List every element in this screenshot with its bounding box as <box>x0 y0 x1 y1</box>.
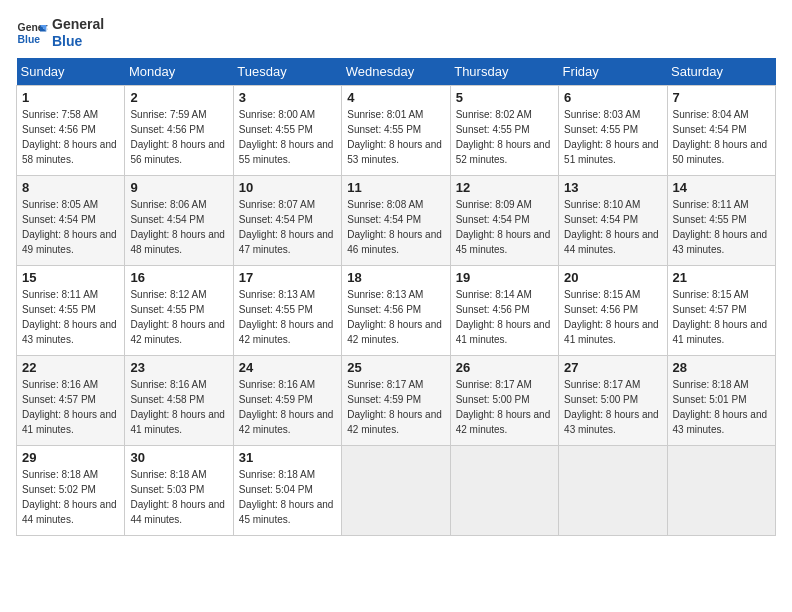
sunrise-label: Sunrise: 8:03 AM <box>564 109 640 120</box>
calendar-day-cell: 14 Sunrise: 8:11 AM Sunset: 4:55 PM Dayl… <box>667 175 775 265</box>
day-info: Sunrise: 8:03 AM Sunset: 4:55 PM Dayligh… <box>564 107 661 167</box>
day-info: Sunrise: 8:11 AM Sunset: 4:55 PM Dayligh… <box>673 197 770 257</box>
sunset-label: Sunset: 4:59 PM <box>347 394 421 405</box>
day-info: Sunrise: 8:18 AM Sunset: 5:04 PM Dayligh… <box>239 467 336 527</box>
sunrise-label: Sunrise: 8:11 AM <box>22 289 98 300</box>
sunrise-label: Sunrise: 8:02 AM <box>456 109 532 120</box>
day-number: 7 <box>673 90 770 105</box>
calendar-week-row: 15 Sunrise: 8:11 AM Sunset: 4:55 PM Dayl… <box>17 265 776 355</box>
daylight-label: Daylight: 8 hours and 44 minutes. <box>564 229 659 255</box>
daylight-label: Daylight: 8 hours and 58 minutes. <box>22 139 117 165</box>
daylight-label: Daylight: 8 hours and 42 minutes. <box>130 319 225 345</box>
day-info: Sunrise: 8:16 AM Sunset: 4:57 PM Dayligh… <box>22 377 119 437</box>
daylight-label: Daylight: 8 hours and 43 minutes. <box>673 409 768 435</box>
calendar-empty-cell <box>450 445 558 535</box>
sunset-label: Sunset: 4:54 PM <box>22 214 96 225</box>
day-number: 20 <box>564 270 661 285</box>
daylight-label: Daylight: 8 hours and 42 minutes. <box>456 409 551 435</box>
sunrise-label: Sunrise: 8:10 AM <box>564 199 640 210</box>
calendar-empty-cell <box>342 445 450 535</box>
day-info: Sunrise: 8:16 AM Sunset: 4:58 PM Dayligh… <box>130 377 227 437</box>
calendar-week-row: 22 Sunrise: 8:16 AM Sunset: 4:57 PM Dayl… <box>17 355 776 445</box>
calendar-header-row: SundayMondayTuesdayWednesdayThursdayFrid… <box>17 58 776 86</box>
sunset-label: Sunset: 4:54 PM <box>347 214 421 225</box>
calendar-day-cell: 17 Sunrise: 8:13 AM Sunset: 4:55 PM Dayl… <box>233 265 341 355</box>
calendar-header-thursday: Thursday <box>450 58 558 86</box>
daylight-label: Daylight: 8 hours and 53 minutes. <box>347 139 442 165</box>
calendar-day-cell: 12 Sunrise: 8:09 AM Sunset: 4:54 PM Dayl… <box>450 175 558 265</box>
day-info: Sunrise: 8:07 AM Sunset: 4:54 PM Dayligh… <box>239 197 336 257</box>
daylight-label: Daylight: 8 hours and 51 minutes. <box>564 139 659 165</box>
calendar-day-cell: 18 Sunrise: 8:13 AM Sunset: 4:56 PM Dayl… <box>342 265 450 355</box>
calendar-day-cell: 11 Sunrise: 8:08 AM Sunset: 4:54 PM Dayl… <box>342 175 450 265</box>
calendar-day-cell: 21 Sunrise: 8:15 AM Sunset: 4:57 PM Dayl… <box>667 265 775 355</box>
day-number: 16 <box>130 270 227 285</box>
sunset-label: Sunset: 5:03 PM <box>130 484 204 495</box>
sunset-label: Sunset: 4:55 PM <box>564 124 638 135</box>
day-info: Sunrise: 8:14 AM Sunset: 4:56 PM Dayligh… <box>456 287 553 347</box>
day-info: Sunrise: 8:10 AM Sunset: 4:54 PM Dayligh… <box>564 197 661 257</box>
sunset-label: Sunset: 4:55 PM <box>239 124 313 135</box>
calendar-day-cell: 23 Sunrise: 8:16 AM Sunset: 4:58 PM Dayl… <box>125 355 233 445</box>
sunrise-label: Sunrise: 8:17 AM <box>564 379 640 390</box>
sunrise-label: Sunrise: 8:18 AM <box>130 469 206 480</box>
svg-text:Blue: Blue <box>18 33 41 44</box>
day-number: 30 <box>130 450 227 465</box>
calendar-day-cell: 7 Sunrise: 8:04 AM Sunset: 4:54 PM Dayli… <box>667 85 775 175</box>
day-number: 12 <box>456 180 553 195</box>
calendar-day-cell: 26 Sunrise: 8:17 AM Sunset: 5:00 PM Dayl… <box>450 355 558 445</box>
sunset-label: Sunset: 4:55 PM <box>347 124 421 135</box>
day-number: 19 <box>456 270 553 285</box>
day-info: Sunrise: 8:17 AM Sunset: 5:00 PM Dayligh… <box>456 377 553 437</box>
logo-text: General Blue <box>52 16 104 50</box>
day-info: Sunrise: 8:09 AM Sunset: 4:54 PM Dayligh… <box>456 197 553 257</box>
daylight-label: Daylight: 8 hours and 55 minutes. <box>239 139 334 165</box>
daylight-label: Daylight: 8 hours and 50 minutes. <box>673 139 768 165</box>
sunrise-label: Sunrise: 8:17 AM <box>347 379 423 390</box>
calendar-header-tuesday: Tuesday <box>233 58 341 86</box>
sunset-label: Sunset: 4:56 PM <box>22 124 96 135</box>
sunset-label: Sunset: 4:55 PM <box>456 124 530 135</box>
sunset-label: Sunset: 4:59 PM <box>239 394 313 405</box>
daylight-label: Daylight: 8 hours and 41 minutes. <box>673 319 768 345</box>
calendar-table: SundayMondayTuesdayWednesdayThursdayFrid… <box>16 58 776 536</box>
sunrise-label: Sunrise: 8:16 AM <box>130 379 206 390</box>
sunrise-label: Sunrise: 8:15 AM <box>673 289 749 300</box>
sunset-label: Sunset: 4:56 PM <box>564 304 638 315</box>
sunrise-label: Sunrise: 8:15 AM <box>564 289 640 300</box>
daylight-label: Daylight: 8 hours and 42 minutes. <box>239 409 334 435</box>
daylight-label: Daylight: 8 hours and 52 minutes. <box>456 139 551 165</box>
sunset-label: Sunset: 4:55 PM <box>673 214 747 225</box>
day-info: Sunrise: 8:00 AM Sunset: 4:55 PM Dayligh… <box>239 107 336 167</box>
daylight-label: Daylight: 8 hours and 41 minutes. <box>130 409 225 435</box>
day-number: 14 <box>673 180 770 195</box>
day-number: 17 <box>239 270 336 285</box>
calendar-day-cell: 31 Sunrise: 8:18 AM Sunset: 5:04 PM Dayl… <box>233 445 341 535</box>
calendar-day-cell: 9 Sunrise: 8:06 AM Sunset: 4:54 PM Dayli… <box>125 175 233 265</box>
daylight-label: Daylight: 8 hours and 42 minutes. <box>239 319 334 345</box>
sunrise-label: Sunrise: 8:13 AM <box>239 289 315 300</box>
calendar-header-monday: Monday <box>125 58 233 86</box>
daylight-label: Daylight: 8 hours and 41 minutes. <box>22 409 117 435</box>
day-info: Sunrise: 8:05 AM Sunset: 4:54 PM Dayligh… <box>22 197 119 257</box>
day-info: Sunrise: 8:04 AM Sunset: 4:54 PM Dayligh… <box>673 107 770 167</box>
sunset-label: Sunset: 4:57 PM <box>22 394 96 405</box>
day-info: Sunrise: 8:15 AM Sunset: 4:57 PM Dayligh… <box>673 287 770 347</box>
calendar-header-wednesday: Wednesday <box>342 58 450 86</box>
sunset-label: Sunset: 4:54 PM <box>564 214 638 225</box>
sunrise-label: Sunrise: 8:14 AM <box>456 289 532 300</box>
calendar-week-row: 1 Sunrise: 7:58 AM Sunset: 4:56 PM Dayli… <box>17 85 776 175</box>
day-info: Sunrise: 8:12 AM Sunset: 4:55 PM Dayligh… <box>130 287 227 347</box>
logo: General Blue General Blue <box>16 16 104 50</box>
daylight-label: Daylight: 8 hours and 48 minutes. <box>130 229 225 255</box>
day-number: 18 <box>347 270 444 285</box>
day-number: 6 <box>564 90 661 105</box>
day-number: 24 <box>239 360 336 375</box>
sunset-label: Sunset: 4:54 PM <box>673 124 747 135</box>
sunset-label: Sunset: 5:00 PM <box>564 394 638 405</box>
sunrise-label: Sunrise: 8:17 AM <box>456 379 532 390</box>
day-number: 8 <box>22 180 119 195</box>
sunrise-label: Sunrise: 8:18 AM <box>239 469 315 480</box>
day-info: Sunrise: 8:17 AM Sunset: 5:00 PM Dayligh… <box>564 377 661 437</box>
calendar-day-cell: 8 Sunrise: 8:05 AM Sunset: 4:54 PM Dayli… <box>17 175 125 265</box>
